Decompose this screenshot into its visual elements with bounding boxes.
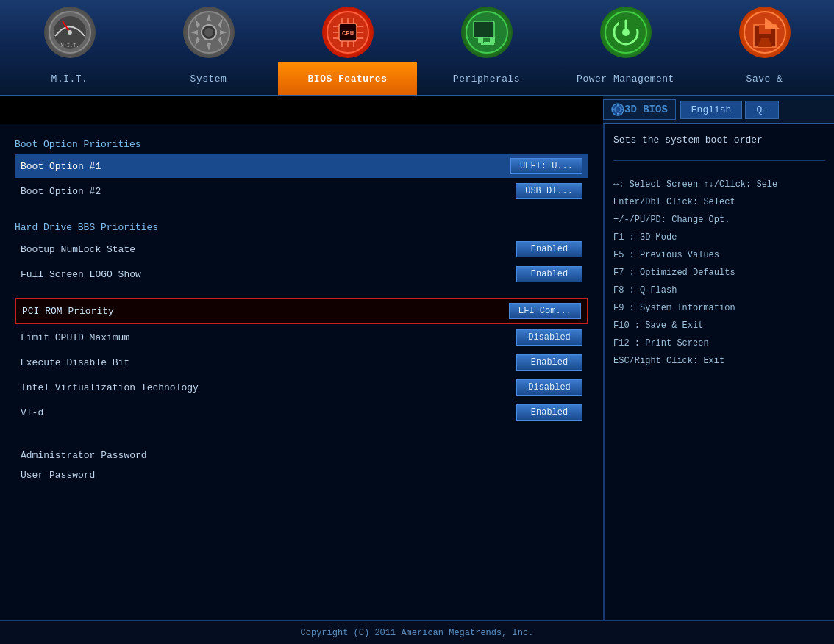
user-password-row[interactable]: User Password: [15, 466, 588, 484]
svg-marker-25: [478, 37, 483, 43]
bios-3d-label: 3D BIOS: [624, 104, 668, 115]
help-text: Sets the system boot order: [613, 133, 825, 161]
boot-option-2-value[interactable]: USB DI...: [516, 183, 582, 199]
svg-rect-43: [621, 109, 624, 110]
tab-mit-label: M.I.T.: [51, 74, 88, 85]
user-password-label: User Password: [21, 470, 582, 481]
tab-bios[interactable]: BIOS Features: [278, 62, 417, 95]
svg-rect-24: [474, 21, 494, 37]
section-boot-priorities: Boot Option Priorities: [15, 132, 588, 154]
vtd-value[interactable]: Enabled: [516, 404, 582, 421]
tab-power-label: Power Management: [577, 74, 674, 85]
virtualization-row[interactable]: Intel Virtualization Technology Disabled: [15, 376, 588, 399]
execute-disable-value[interactable]: Enabled: [516, 354, 582, 371]
power-icon: [600, 7, 652, 58]
boot-option-1-row[interactable]: Boot Option #1 UEFI: U...: [15, 154, 588, 178]
right-panel: Sets the system boot order ↔: Select Scr…: [603, 124, 834, 620]
peripherals-icon-container: [417, 7, 556, 58]
speedometer-svg: M.I.T.: [48, 10, 92, 54]
qflash-button[interactable]: Q-: [745, 101, 779, 119]
svg-rect-41: [617, 113, 619, 115]
shortcut-4: F5 : Previous Values: [613, 246, 825, 264]
logo-show-label: Full Screen LOGO Show: [21, 269, 516, 280]
main-content: Boot Option Priorities Boot Option #1 UE…: [0, 124, 603, 620]
tab-system-label: System: [190, 74, 227, 85]
virtualization-label: Intel Virtualization Technology: [21, 382, 516, 393]
logo-show-row[interactable]: Full Screen LOGO Show Enabled: [15, 262, 588, 286]
logo-show-value[interactable]: Enabled: [516, 266, 582, 282]
svg-rect-40: [617, 104, 619, 106]
numlock-value[interactable]: Enabled: [516, 241, 582, 257]
svg-point-3: [68, 30, 72, 35]
svg-rect-42: [612, 109, 614, 110]
shortcut-9: F12 : Print Screen: [613, 334, 825, 352]
svg-point-7: [204, 28, 213, 37]
mit-icon: M.I.T.: [44, 7, 96, 58]
shortcut-2: +/-/PU/PD: Change Opt.: [613, 211, 825, 229]
tab-mit[interactable]: M.I.T.: [0, 62, 139, 95]
power-svg: [604, 10, 648, 54]
boot-option-1-value[interactable]: UEFI: U...: [510, 158, 582, 174]
admin-password-row[interactable]: Administrator Password: [15, 446, 588, 465]
shortcut-6: F8 : Q-Flash: [613, 282, 825, 299]
shortcut-8: F10 : Save & Exit: [613, 317, 825, 334]
tab-power[interactable]: Power Management: [556, 62, 695, 95]
peripherals-svg: [465, 10, 509, 54]
execute-disable-label: Execute Disable Bit: [21, 357, 516, 368]
bios-icon-container: CPU: [278, 7, 417, 58]
shortcuts: ↔: Select Screen ↑↓/Click: Sele Enter/Db…: [613, 176, 825, 370]
pci-rom-row[interactable]: PCI ROM Priority EFI Com...: [15, 298, 588, 324]
cpuid-label: Limit CPUID Maximum: [21, 332, 516, 343]
boot-option-2-label: Boot Option #2: [21, 186, 516, 197]
save-icon: [739, 7, 791, 58]
top-right-controls: 3D BIOS English Q-: [603, 96, 834, 124]
boot-option-1-label: Boot Option #1: [21, 161, 510, 172]
virtualization-value[interactable]: Disabled: [516, 379, 582, 396]
cpuid-row[interactable]: Limit CPUID Maximum Disabled: [15, 326, 588, 349]
mit-icon-container: M.I.T.: [0, 7, 139, 58]
shortcut-5: F7 : Optimized Defaults: [613, 264, 825, 282]
bios-3d-badge: 3D BIOS: [603, 99, 676, 120]
chip-svg: CPU: [326, 10, 370, 54]
nav-tabs: M.I.T. System BIOS Features Peripherals …: [0, 62, 834, 95]
cpuid-value[interactable]: Disabled: [516, 329, 582, 346]
shortcut-7: F9 : System Information: [613, 299, 825, 317]
tab-system[interactable]: System: [139, 62, 278, 95]
save-svg: [743, 10, 787, 54]
svg-text:M.I.T.: M.I.T.: [60, 43, 79, 49]
pci-rom-label: PCI ROM Priority: [22, 306, 509, 317]
footer: Copyright (C) 2011 American Megatrends, …: [0, 620, 834, 644]
nav-icons: M.I.T.: [0, 0, 834, 64]
shortcut-1: Enter/Dbl Click: Select: [613, 193, 825, 211]
power-icon-container: [556, 7, 695, 58]
svg-text:CPU: CPU: [341, 30, 353, 37]
system-icon: [183, 7, 235, 58]
vtd-label: VT-d: [21, 407, 516, 418]
shortcut-10: ESC/Right Click: Exit: [613, 352, 825, 370]
admin-password-label: Administrator Password: [21, 450, 582, 461]
system-icon-container: [139, 7, 278, 58]
boot-option-2-row[interactable]: Boot Option #2 USB DI...: [15, 179, 588, 203]
bios-gear-icon: [611, 103, 624, 116]
language-button[interactable]: English: [680, 101, 743, 119]
pci-rom-value[interactable]: EFI Com...: [509, 303, 581, 319]
peripherals-icon: [461, 7, 513, 58]
svg-point-32: [622, 29, 630, 36]
svg-rect-28: [481, 43, 494, 45]
tab-peripherals-label: Peripherals: [453, 74, 520, 85]
tab-bios-label: BIOS Features: [308, 74, 388, 85]
tab-peripherals[interactable]: Peripherals: [417, 62, 556, 95]
numlock-label: Bootup NumLock State: [21, 244, 516, 255]
save-icon-container: [695, 7, 834, 58]
numlock-row[interactable]: Bootup NumLock State Enabled: [15, 237, 588, 261]
bios-icon: CPU: [322, 7, 374, 58]
shortcut-3: F1 : 3D Mode: [613, 229, 825, 246]
header: M.I.T.: [0, 0, 834, 96]
tab-save[interactable]: Save &: [695, 62, 834, 95]
execute-disable-row[interactable]: Execute Disable Bit Enabled: [15, 351, 588, 374]
svg-marker-26: [490, 37, 495, 43]
tab-save-label: Save &: [746, 74, 783, 85]
vtd-row[interactable]: VT-d Enabled: [15, 401, 588, 424]
copyright-text: Copyright (C) 2011 American Megatrends, …: [301, 628, 534, 638]
gear-svg: [187, 10, 231, 54]
